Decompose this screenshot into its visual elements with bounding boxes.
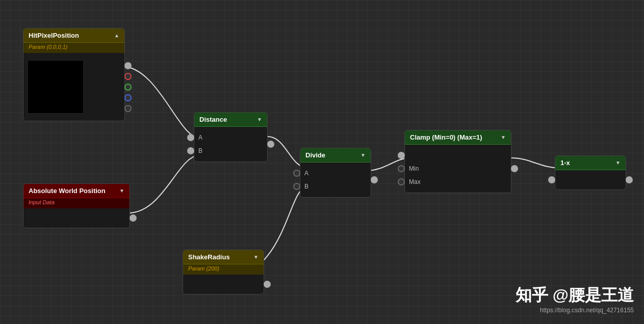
node-hit-preview (28, 60, 84, 114)
pin-oneminusx-in-dot (548, 176, 555, 183)
pin-hit-b-dot (124, 94, 132, 101)
pin-distance-b-dot (187, 147, 194, 154)
node-oneminusx-body (555, 170, 626, 190)
pin-shake-output[interactable] (264, 281, 271, 288)
pin-hit-g-dot (124, 84, 132, 91)
node-awp-subtitle: Input Data (23, 198, 130, 208)
watermark-title: 知乎 @腰是王道 (516, 284, 634, 307)
node-awp-chevron[interactable]: ▼ (119, 188, 124, 194)
node-distance-title: Distance (199, 116, 227, 123)
node-clamp-chevron[interactable]: ▼ (501, 134, 506, 140)
pin-clamp-input[interactable] (401, 152, 421, 159)
node-shake-radius: ShakeRadius ▼ Param (200) (183, 250, 264, 294)
pin-divide-output[interactable] (371, 174, 374, 185)
node-divide-chevron[interactable]: ▼ (360, 152, 366, 158)
pin-divide-out-dot (371, 176, 378, 183)
pin-hit-output-a[interactable] (124, 103, 128, 114)
pin-oneminusx-input[interactable] (552, 176, 555, 183)
node-distance-header: Distance ▼ (194, 113, 267, 127)
pin-oneminusx-output[interactable] (626, 176, 629, 183)
node-clamp: Clamp (Min=0) (Max=1) ▼ Min Max (404, 130, 511, 193)
node-divide: Divide ▼ A B (300, 148, 371, 198)
pin-hit-output-g[interactable] (124, 82, 128, 92)
node-shake-body (183, 275, 264, 294)
node-shake-chevron[interactable]: ▼ (253, 254, 259, 260)
pin-hit-output-b[interactable] (124, 93, 128, 103)
pin-divide-a[interactable]: A (297, 170, 308, 177)
pin-distance-out-dot (267, 141, 274, 148)
pin-distance-b-label: B (198, 147, 202, 154)
pin-hit-rgba-dot (124, 62, 132, 69)
conn-hit-distance-a (121, 66, 199, 138)
node-awp-header: Absolute World Position ▼ (23, 184, 130, 198)
node-clamp-title: Clamp (Min=0) (Max=1) (410, 133, 482, 141)
watermark: 知乎 @腰是王道 https://blog.csdn.net/qq_427161… (516, 284, 634, 314)
pin-clamp-out-dot (511, 165, 518, 172)
pin-clamp-max-label: Max (409, 178, 421, 185)
pin-hit-r-dot (124, 73, 132, 80)
node-oneminusx-chevron[interactable]: ▼ (615, 160, 621, 166)
node-distance-body: A B (194, 127, 267, 161)
watermark-url: https://blog.csdn.net/qq_42716155 (516, 307, 634, 314)
node-shake-header: ShakeRadius ▼ (183, 250, 264, 264)
node-hit-header: HitPixelPosition ▲ (23, 29, 124, 43)
pin-distance-a-label: A (198, 134, 202, 141)
node-awp-title: Absolute World Position (29, 187, 106, 195)
node-divide-title: Divide (305, 151, 325, 159)
node-hit-title: HitPixelPosition (29, 32, 79, 39)
pin-clamp-input-dot (398, 152, 405, 159)
pin-clamp-min-label: Min (409, 165, 419, 172)
pin-distance-output[interactable] (267, 139, 271, 150)
node-hit-pixel-position: HitPixelPosition ▲ Param (0,0,0,1) (23, 28, 125, 121)
pin-distance-b[interactable]: B (191, 147, 202, 154)
pin-clamp-max-dot (398, 178, 405, 185)
pin-hit-output-rgba[interactable] (124, 61, 128, 71)
node-one-minus-x: 1-x ▼ (555, 155, 626, 190)
pin-hit-a-dot (124, 105, 132, 112)
pin-divide-b-label: B (304, 183, 308, 190)
node-hit-body (23, 53, 124, 121)
node-oneminusx-header: 1-x ▼ (555, 156, 626, 170)
pin-divide-a-dot (293, 170, 300, 177)
pin-hit-output-r[interactable] (124, 71, 128, 82)
conn-clamp-oneminusx (511, 158, 561, 168)
pin-divide-b-dot (293, 183, 300, 190)
pin-awp-output[interactable] (130, 214, 137, 222)
node-clamp-header: Clamp (Min=0) (Max=1) ▼ (405, 130, 511, 145)
node-absolute-world-position: Absolute World Position ▼ Input Data (23, 183, 130, 228)
pin-distance-a-dot (187, 134, 194, 141)
node-divide-header: Divide ▼ (300, 148, 371, 163)
conn-awp-distance-b (128, 155, 199, 213)
pin-clamp-max[interactable]: Max (401, 178, 421, 185)
node-shake-title: ShakeRadius (188, 253, 230, 261)
pin-clamp-min[interactable]: Min (401, 165, 421, 172)
node-awp-body (23, 208, 130, 228)
node-distance-chevron[interactable]: ▼ (257, 117, 262, 122)
node-clamp-body: Min Max (405, 145, 511, 193)
node-oneminusx-title: 1-x (560, 159, 570, 167)
pin-distance-a[interactable]: A (191, 134, 202, 141)
node-shake-subtitle: Param (200) (183, 264, 264, 275)
node-hit-subtitle: Param (0,0,0,1) (23, 43, 124, 53)
pin-clamp-min-dot (398, 165, 405, 172)
pin-oneminusx-out-dot (626, 176, 633, 183)
pin-clamp-output[interactable] (511, 163, 514, 174)
node-distance: Distance ▼ A B (194, 112, 268, 162)
pin-divide-a-label: A (304, 170, 308, 177)
node-divide-body: A B (300, 163, 371, 197)
node-hit-chevron[interactable]: ▲ (114, 33, 119, 38)
pin-divide-b[interactable]: B (297, 183, 308, 190)
